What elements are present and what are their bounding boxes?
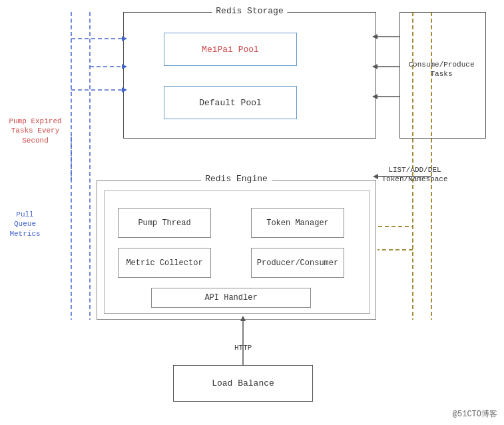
load-balance-label: Load Balance	[212, 378, 274, 388]
api-handler-box: API Handler	[151, 288, 311, 308]
pump-thread-box: Pump Thread	[118, 208, 211, 238]
producer-consumer-label: Producer/Consumer	[257, 258, 338, 268]
redis-engine-outer-box: Redis Engine Pump Thread Token Manager M…	[97, 180, 376, 320]
default-pool-box: Default Pool	[164, 86, 297, 119]
redis-storage-label: Redis Storage	[212, 6, 287, 16]
load-balance-box: Load Balance	[173, 365, 313, 402]
redis-engine-label: Redis Engine	[201, 174, 272, 184]
pump-expired-label: Pump ExpiredTasks EverySecond	[5, 117, 65, 145]
diagram-container: Redis Storage MeiPai Pool Default Pool C…	[0, 0, 504, 425]
meipai-pool-box: MeiPai Pool	[164, 33, 297, 66]
redis-engine-inner-box: Pump Thread Token Manager Metric Collect…	[104, 191, 370, 314]
pump-thread-label: Pump Thread	[138, 218, 190, 228]
token-manager-box: Token Manager	[251, 208, 344, 238]
producer-consumer-box: Producer/Consumer	[251, 248, 344, 278]
http-label: HTTP	[234, 344, 252, 352]
metric-collector-label: Metric Collector	[126, 258, 202, 268]
redis-storage-box: Redis Storage MeiPai Pool Default Pool	[123, 12, 376, 139]
list-add-del-label: LIST/ADD/DELToken/Namespace	[372, 165, 458, 185]
api-handler-label: API Handler	[204, 293, 257, 302]
pull-queue-label: Pull QueueMetrics	[3, 210, 47, 238]
meipai-pool-label: MeiPai Pool	[202, 45, 259, 55]
watermark: @51CTO博客	[453, 408, 497, 420]
token-manager-label: Token Manager	[266, 218, 329, 228]
default-pool-label: Default Pool	[199, 98, 262, 108]
metric-collector-box: Metric Collector	[118, 248, 211, 278]
consume-produce-label: Consume/ProduceTasks	[405, 60, 478, 79]
